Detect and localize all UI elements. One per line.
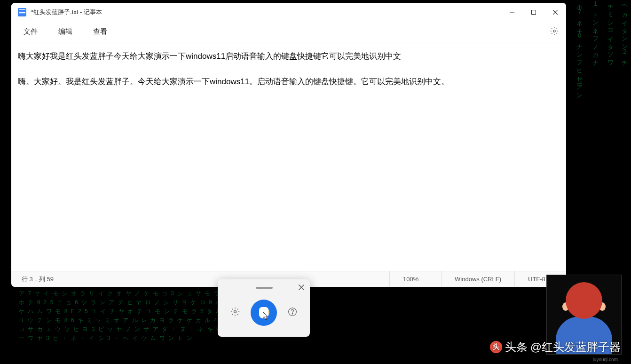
status-zoom[interactable]: 100% [389,271,441,287]
menu-edit[interactable]: 编辑 [54,24,77,39]
menubar: 文件 编辑 查看 [11,22,566,42]
watermark-label: 头条 [505,340,528,355]
voice-input-panel[interactable] [218,279,310,337]
matrix-rain: 1トンネフノカナ [592,0,599,64]
watermark-icon: 头 [490,341,502,353]
watermark: 头 头条 @红头发蓝胖子器 [490,340,621,355]
matrix-rain: ヘカイタンン2チ [621,0,628,64]
matrix-rain: チミシヨイタソワ [607,0,614,64]
watermark-handle: @红头发蓝胖子器 [530,340,621,355]
svg-point-7 [234,311,237,313]
drag-handle[interactable] [256,287,273,289]
settings-button[interactable] [547,24,561,40]
status-cursor-position: 行 3，列 59 [11,275,389,284]
mic-icon [259,307,268,318]
voice-help-button[interactable] [286,305,299,320]
minimize-button[interactable] [501,3,523,22]
maximize-button[interactable] [523,3,544,22]
voice-settings-button[interactable] [229,305,242,320]
svg-point-8 [288,308,296,316]
close-button[interactable] [544,3,566,22]
svg-point-9 [292,314,292,314]
avatar-head [566,282,602,319]
menu-view[interactable]: 查看 [88,24,112,39]
voice-close-button[interactable] [299,284,304,292]
notepad-window: *红头发蓝胖子.txt - 记事本 文件 编辑 查看 嗨大 [11,3,566,287]
watermark-url: iuyouqi.com [593,357,618,362]
notepad-icon [18,8,26,16]
svg-rect-1 [532,10,536,15]
titlebar[interactable]: *红头发蓝胖子.txt - 记事本 [11,3,566,22]
window-title: *红头发蓝胖子.txt - 记事本 [31,8,102,16]
svg-point-4 [553,30,556,32]
text-editor[interactable]: 嗨大家好我是红头发蓝胖子今天给大家演示一下windows11启动语音输入的键盘快… [11,42,566,271]
menu-file[interactable]: 文件 [19,24,42,39]
microphone-button[interactable] [251,300,277,326]
status-line-ending: Windows (CRLF) [441,271,514,287]
matrix-rain: ホ7ネキ0ナシフヒセーアン [576,0,583,97]
